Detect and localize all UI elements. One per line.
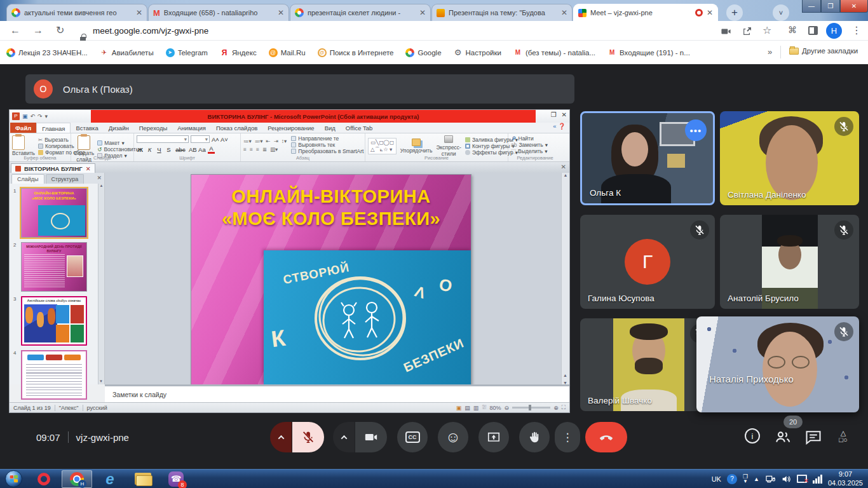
reset-button[interactable]: ↺Восстановить — [97, 146, 139, 152]
reactions-button[interactable]: ☺ — [438, 422, 468, 452]
ribbon-tab-home[interactable]: Главная — [36, 123, 71, 133]
arrange-button[interactable]: Упорядочить — [400, 139, 433, 154]
bold-button[interactable]: Ж — [137, 146, 144, 153]
notes-area[interactable]: Заметки к слайду — [105, 384, 569, 402]
view-normal-icon[interactable]: ▣ — [456, 405, 462, 411]
camera-allowed-icon[interactable] — [721, 26, 731, 37]
window-close-button[interactable]: ✕ — [840, 0, 868, 13]
more-options-button[interactable]: ⋮ — [555, 422, 580, 452]
bookmark-item[interactable]: @Mail.Ru — [269, 48, 306, 57]
language-indicator[interactable]: UK — [712, 475, 721, 483]
grow-font-icon[interactable]: A˄ — [212, 136, 219, 143]
doc-tabs-close-icon[interactable]: ✕ — [561, 163, 566, 170]
bookmark-item[interactable]: MВходящие (191) - n... — [607, 48, 690, 57]
zoom-out-icon[interactable]: ⊖ — [505, 405, 510, 411]
ppt-restore-button[interactable]: ❐ — [551, 111, 557, 118]
tab-search-chevron-button[interactable]: ˅ — [773, 4, 789, 21]
pane-close-icon[interactable]: ✕ — [97, 175, 102, 181]
taskbar-viber[interactable]: ☎8 — [161, 470, 191, 488]
participant-tile-galyna[interactable]: Г Галина Юсупова — [580, 215, 715, 309]
extensions-puzzle-icon[interactable]: ⌘ — [788, 25, 797, 34]
taskbar-opera[interactable] — [29, 470, 59, 488]
align-buttons[interactable]: ≡≡≡≣▥▾ — [243, 145, 287, 153]
slide-thumbnail-2[interactable]: 2 МІЖНАРОДНИЙ ДЕНЬ ПРОТИДІЇ БУЛІНГУ — [13, 242, 102, 292]
tab-close-icon[interactable]: ✕ — [278, 9, 284, 17]
browser-menu-icon[interactable]: ⋮ — [851, 25, 862, 36]
undo-icon[interactable]: ↶ — [31, 113, 36, 119]
char-spacing-icon[interactable]: АВ — [189, 146, 196, 153]
fit-to-window-icon[interactable]: ⛶ — [562, 404, 566, 411]
participant-tile-nataliia[interactable]: Наталія Приходько — [696, 316, 859, 412]
participant-tile-valerii[interactable]: Валерій Швачко — [580, 318, 715, 411]
view-slideshow-icon[interactable]: ⛆ — [482, 404, 486, 411]
ribbon-tab-file[interactable]: Файл — [10, 123, 36, 133]
browser-tab-1[interactable]: актуальні теми вивчення гео ✕ — [6, 4, 147, 21]
shrink-font-icon[interactable]: A˅ — [220, 136, 227, 143]
bookmark-item[interactable]: @Поиск в Интернете — [318, 48, 394, 57]
bookmark-item[interactable]: ➤Telegram — [166, 48, 208, 57]
view-reading-icon[interactable]: ▥ — [473, 405, 479, 411]
taskbar-internet-explorer[interactable]: e — [95, 470, 125, 488]
slide-thumbnail-4[interactable]: 4 — [13, 350, 102, 400]
underline-button[interactable]: Ч — [156, 146, 163, 153]
list-buttons[interactable]: ≔▾≕▾⇤⇥↕▾ — [243, 137, 287, 145]
pane-tab-slides[interactable]: Слайды — [11, 174, 44, 184]
tab-close-icon[interactable]: ✕ — [707, 9, 713, 17]
other-bookmarks-folder[interactable]: Другие закладки — [789, 47, 858, 55]
text-direction-button[interactable]: Направление те — [291, 135, 363, 142]
current-slide[interactable]: ОНЛАЙН-ВІКТОРИНА «МОЄ КОЛО БЕЗПЕКИ» СТВО… — [191, 174, 471, 385]
browser-tab-4[interactable]: Презентація на тему: "Будова ✕ — [431, 4, 573, 21]
document-tab[interactable]: ВІКТОРИНА БУЛІНГ ✕ — [11, 163, 95, 173]
help-tray-icon[interactable]: ? — [727, 474, 737, 484]
strikethrough-button[interactable]: abc — [175, 146, 186, 153]
ribbon-tab-officetab[interactable]: Office Tab — [341, 123, 377, 133]
pane-scrollbar[interactable]: ▲▼ — [98, 184, 104, 384]
signal-bars-icon[interactable] — [813, 475, 822, 484]
zoom-in-icon[interactable]: ⊕ — [553, 405, 559, 411]
font-color-button[interactable]: А — [208, 145, 215, 154]
ppt-close-button[interactable]: ✕ — [562, 111, 567, 118]
browser-tab-2[interactable]: M Входящие (658) - nataliapriho ✕ — [148, 4, 289, 21]
clock[interactable]: 9:0704.03.2025 — [828, 470, 863, 488]
show-hidden-icons[interactable]: ▲ — [754, 476, 759, 482]
slide-thumbnail-3[interactable]: 3 Англійське слова «bully» означає — [13, 296, 102, 346]
align-text-button[interactable]: Выровнять тек — [291, 142, 363, 148]
participant-tile-olga[interactable]: ••• Ольга К — [580, 111, 715, 205]
forward-icon[interactable]: → — [33, 25, 43, 36]
bookmark-item[interactable]: ⚙Настройки — [454, 48, 501, 57]
browser-tab-3[interactable]: презентація скелет людини - ✕ — [290, 4, 431, 21]
profile-avatar[interactable]: H — [826, 23, 842, 39]
browser-tab-meet-active[interactable]: Meet – vjz-gwxi-pne ✕ — [573, 4, 718, 21]
window-maximize-button[interactable]: ❐ — [821, 0, 840, 13]
bookmark-item[interactable]: ЯЯндекс — [220, 48, 257, 57]
raise-hand-button[interactable] — [519, 422, 550, 452]
people-panel-button[interactable] — [774, 428, 792, 449]
activities-button[interactable]: △□○ — [835, 430, 851, 444]
power-plug-icon[interactable] — [765, 474, 775, 484]
start-button[interactable] — [5, 470, 22, 487]
restore-windows-tray-icon[interactable]: ❐▾ — [743, 475, 748, 484]
sidebar-icon[interactable] — [808, 26, 818, 35]
url-text[interactable]: meet.google.com/vjz-gwxi-pne — [93, 26, 208, 36]
doc-tab-close-icon[interactable]: ✕ — [86, 165, 91, 172]
mic-options-chevron[interactable] — [270, 422, 292, 452]
taskbar-chrome-active[interactable]: H — [62, 470, 92, 488]
ppt-quick-access-toolbar[interactable]: P ▣ ↶ ↷ ▾ — [10, 112, 48, 120]
redo-icon[interactable]: ↷ — [37, 113, 43, 119]
select-button[interactable]: ⬚Выделить▾ — [511, 148, 559, 154]
quick-styles-button[interactable]: Экспресс-стили — [436, 135, 461, 157]
bookmark-item[interactable]: Google — [405, 48, 441, 57]
camera-button[interactable] — [355, 422, 387, 452]
back-icon[interactable]: ← — [10, 25, 20, 36]
reload-icon[interactable]: ↻ — [56, 25, 64, 36]
bookmark-item[interactable]: ✈Авиабилеты — [100, 48, 154, 57]
tab-close-icon[interactable]: ✕ — [419, 9, 426, 17]
bookmarks-overflow-chevron[interactable]: » — [768, 47, 772, 57]
text-shadow-button[interactable]: S — [165, 146, 172, 153]
end-call-button[interactable] — [585, 422, 627, 452]
pane-tab-outline[interactable]: Структура — [46, 174, 85, 184]
bookmark-star-icon[interactable]: ☆ — [763, 25, 771, 36]
meeting-details-button[interactable]: i — [745, 428, 760, 444]
layout-button[interactable]: Макет▾ — [97, 140, 139, 146]
share-icon[interactable] — [742, 26, 752, 36]
